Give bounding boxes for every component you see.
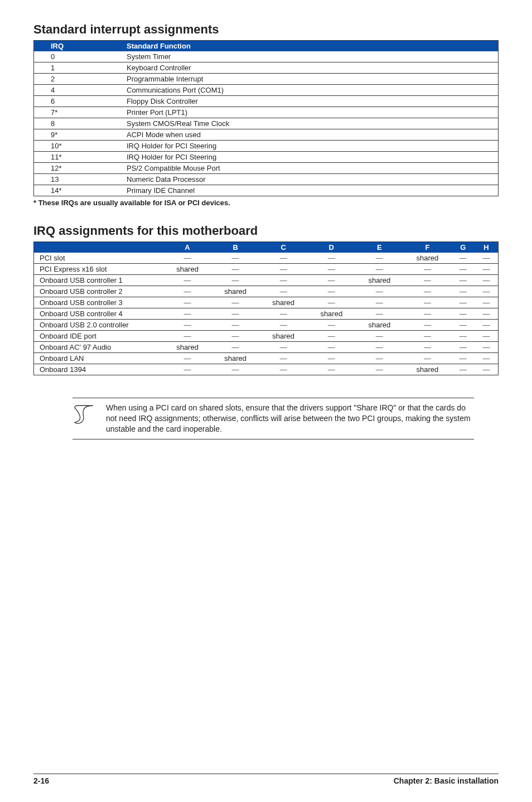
func-cell: Floppy Disk Controller [121,96,499,107]
func-header: Standard Function [121,41,499,52]
irq-cell: 9* [34,129,122,141]
device-name-cell: Onboard IDE port [34,331,164,342]
assign-cell: — [259,264,307,275]
assign-cell: shared [355,275,403,286]
func-cell: Primary IDE Channel [121,185,499,196]
assign-cell: — [307,342,355,353]
assign-table: ABCDEFGH PCI slot—————shared——PCI Expres… [33,241,499,375]
assign-cell: — [355,308,403,320]
irq-table: IRQ Standard Function 0System Timer1Keyb… [33,40,499,196]
device-name-cell: PCI Express x16 slot [34,264,164,275]
assign-cell: — [259,275,307,286]
irq-cell: 11* [34,152,122,163]
assign-cell: — [475,342,498,353]
assign-cell: shared [259,297,307,308]
assign-cell: — [307,253,355,264]
table-row: Onboard USB controller 1————shared——— [34,275,499,286]
assign-cell: shared [211,353,259,364]
assign-cell: — [163,353,211,364]
table-row: 6Floppy Disk Controller [34,96,499,107]
func-cell: Keyboard Controller [121,62,499,74]
irq-cell: 12* [34,163,122,174]
assign-cell: — [403,275,451,286]
assign-cell: — [475,286,498,297]
assign-cell: — [451,320,475,331]
irq-cell: 14* [34,185,122,196]
assign-cell: shared [163,342,211,353]
section2-title: IRQ assignments for this motherboard [33,224,499,238]
assign-cell: — [451,275,475,286]
assign-cell: — [475,308,498,320]
irq-cell: 1 [34,62,122,74]
table-row: 14*Primary IDE Channel [34,185,499,196]
assign-cell: — [403,297,451,308]
assign-cell: — [307,331,355,342]
assign-col-header: B [211,242,259,253]
assign-cell: — [259,353,307,364]
note-text: When using a PCI card on shared slots, e… [106,403,474,434]
assign-cell: — [451,364,475,375]
assign-cell: — [451,342,475,353]
assign-cell: — [211,331,259,342]
assign-cell: — [403,264,451,275]
irq-cell: 8 [34,118,122,129]
device-name-cell: Onboard LAN [34,353,164,364]
assign-cell: shared [307,308,355,320]
assign-cell: — [355,331,403,342]
device-name-cell: Onboard 1394 [34,364,164,375]
assign-col-header: D [307,242,355,253]
device-name-cell: Onboard USB controller 3 [34,297,164,308]
table-row: Onboard USB controller 2—shared—————— [34,286,499,297]
irq-header: IRQ [34,41,122,52]
assign-cell: shared [403,364,451,375]
table-row: 10*IRQ Holder for PCI Steering [34,141,499,152]
assign-cell: shared [163,264,211,275]
assign-cell: — [451,353,475,364]
table-row: 11*IRQ Holder for PCI Steering [34,152,499,163]
table-row: 8System CMOS/Real Time Clock [34,118,499,129]
assign-cell: — [307,353,355,364]
assign-cell: — [475,331,498,342]
assign-cell: — [451,331,475,342]
assign-cell: — [163,331,211,342]
note-icon [72,403,96,426]
assign-cell: — [451,308,475,320]
irq-cell: 7* [34,107,122,118]
device-name-cell: Onboard AC' 97 Audio [34,342,164,353]
assign-cell: shared [355,320,403,331]
assign-cell: — [403,331,451,342]
table-row: PCI slot—————shared—— [34,253,499,264]
irq-cell: 4 [34,85,122,96]
assign-cell: — [475,253,498,264]
assign-cell: — [451,264,475,275]
irq-cell: 2 [34,74,122,85]
func-cell: ACPI Mode when used [121,129,499,141]
assign-cell: — [307,275,355,286]
assign-cell: — [451,253,475,264]
func-cell: Numeric Data Processor [121,174,499,185]
section1-title: Standard interrupt assignments [33,22,499,37]
assign-col-header: G [451,242,475,253]
assign-cell: — [163,308,211,320]
assign-cell: — [259,364,307,375]
table-row: 4Communications Port (COM1) [34,85,499,96]
table-row: 13Numeric Data Processor [34,174,499,185]
assign-cell: — [403,308,451,320]
assign-cell: — [307,297,355,308]
table-row: 0System Timer [34,51,499,62]
table-row: Onboard AC' 97 Audioshared——————— [34,342,499,353]
assign-cell: — [259,342,307,353]
device-name-cell: Onboard USB 2.0 controller [34,320,164,331]
assign-cell: — [475,275,498,286]
assign-cell: — [451,297,475,308]
table-row: 2Programmable Interrupt [34,74,499,85]
assign-cell: — [259,308,307,320]
irq-cell: 0 [34,51,122,62]
assign-col-header: E [355,242,403,253]
func-cell: IRQ Holder for PCI Steering [121,141,499,152]
func-cell: Printer Port (LPT1) [121,107,499,118]
irq-footnote: * These IRQs are usually available for I… [33,199,499,207]
assign-cell: — [163,275,211,286]
assign-cell: — [355,297,403,308]
assign-cell: — [259,286,307,297]
